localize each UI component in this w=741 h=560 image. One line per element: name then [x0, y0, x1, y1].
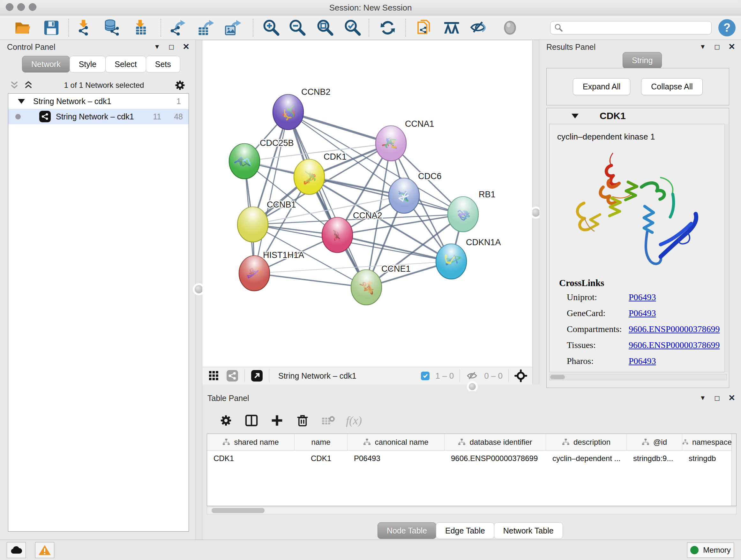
network-node-CDK1[interactable]: CDK1 — [294, 152, 347, 194]
add-icon[interactable] — [269, 413, 285, 428]
zoom-out-button[interactable] — [287, 18, 307, 38]
tab-network[interactable]: Network — [22, 56, 70, 72]
selected-checkbox[interactable] — [421, 372, 429, 380]
column-header--id[interactable]: @id — [627, 434, 682, 450]
birdseye-arrow-icon[interactable] — [251, 369, 263, 382]
table-row[interactable]: CDK1CDK1P064939606.ENSP00000378699cyclin… — [207, 450, 736, 466]
new-network-from-selection-button[interactable] — [414, 18, 434, 38]
crosslink-link[interactable]: P06493 — [629, 356, 656, 366]
open-file-button[interactable] — [13, 18, 32, 38]
column-header-shared-name[interactable]: shared name — [207, 434, 294, 450]
column-header-name[interactable]: name — [294, 434, 347, 450]
import-network-from-file-button[interactable] — [74, 18, 94, 38]
table-cell[interactable]: 9606.ENSP00000378699 — [445, 450, 546, 466]
results-vertical-scrollbar[interactable] — [724, 124, 728, 372]
network-node-CDC25B[interactable]: CDC25B — [229, 138, 294, 179]
import-table-from-file-button[interactable] — [130, 18, 150, 38]
panel-float-icon[interactable]: ◻ — [714, 43, 720, 51]
column-header-description[interactable]: description — [546, 434, 627, 450]
table-vertical-scrollbar[interactable] — [731, 434, 736, 506]
tab-string[interactable]: String — [623, 52, 662, 69]
network-canvas[interactable]: CCNB2CCNA1CDC25BCDK1CDC6RB1CCNB1CCNA2CDK… — [202, 41, 532, 367]
crosslink-link[interactable]: P06493 — [629, 292, 656, 302]
cloud-button[interactable] — [7, 542, 26, 558]
network-node-CDKN1A[interactable]: CDKN1A — [436, 238, 501, 279]
panel-float-icon[interactable]: ◻ — [714, 394, 720, 402]
network-edge[interactable] — [254, 273, 366, 287]
left-splitter-knob[interactable] — [195, 285, 203, 294]
network-edge[interactable] — [254, 112, 288, 273]
column-header-namespace[interactable]: namespace — [682, 434, 732, 450]
panel-close-icon[interactable]: ✕ — [728, 393, 735, 403]
panel-collapse-icon[interactable]: ▼ — [154, 43, 160, 51]
scrollbar-thumb[interactable] — [550, 375, 565, 379]
show-hide-graphics-button[interactable] — [468, 18, 488, 38]
table-cell[interactable]: stringdb — [682, 450, 732, 466]
help-button[interactable]: ? — [718, 19, 736, 37]
results-horizontal-scrollbar[interactable] — [549, 374, 727, 380]
expand-all-button[interactable]: Expand All — [573, 78, 630, 95]
panel-float-icon[interactable]: ◻ — [169, 43, 174, 51]
network-edge[interactable] — [288, 112, 391, 143]
table-cell[interactable]: cyclin–dependent ... — [546, 450, 627, 466]
share-network-icon[interactable] — [226, 369, 239, 382]
memory-button[interactable]: Memory — [687, 543, 734, 558]
crosslink-link[interactable]: 9606.ENSP00000378699 — [629, 340, 720, 350]
panel-close-icon[interactable]: ✕ — [183, 42, 190, 52]
table-cell[interactable]: CDK1 — [294, 450, 347, 466]
table-cell[interactable]: P06493 — [347, 450, 445, 466]
scrollbar-thumb[interactable] — [212, 508, 265, 513]
crosslink-link[interactable]: 9606.ENSP00000378699 — [629, 324, 720, 334]
crosslink-link[interactable]: P06493 — [629, 308, 656, 318]
warning-button[interactable] — [35, 542, 54, 558]
panel-collapse-icon[interactable]: ▼ — [699, 43, 706, 51]
network-collection-row[interactable]: String Network – cdk1 1 — [8, 94, 189, 109]
export-table-button[interactable] — [196, 18, 216, 38]
network-node-CCNE1[interactable]: CCNE1 — [351, 264, 411, 305]
network-node-RB1[interactable]: RB1 — [448, 190, 495, 232]
collapse-all-icon[interactable] — [9, 80, 20, 90]
gene-header[interactable]: CDK1 — [547, 108, 729, 124]
gear-icon[interactable] — [174, 79, 186, 91]
column-header-database-identifier[interactable]: database identifier — [445, 434, 546, 450]
table-cell[interactable]: CDK1 — [207, 450, 294, 466]
zoom-fit-button[interactable] — [315, 18, 335, 38]
columns-icon[interactable] — [244, 413, 259, 428]
zoom-selected-button[interactable] — [342, 18, 362, 38]
tab-edge-table[interactable]: Edge Table — [436, 522, 494, 539]
right-splitter-knob[interactable] — [532, 208, 540, 217]
table-cell[interactable]: stringdb:9... — [627, 450, 682, 466]
network-node-CCNA1[interactable]: CCNA1 — [376, 119, 434, 161]
expander-icon[interactable] — [571, 114, 579, 118]
tab-select[interactable]: Select — [105, 56, 146, 72]
export-network-button[interactable] — [169, 18, 188, 38]
column-header-canonical-name[interactable]: canonical name — [347, 434, 445, 450]
tab-sets[interactable]: Sets — [146, 56, 180, 72]
delete-icon[interactable] — [295, 413, 310, 428]
panel-collapse-icon[interactable]: ▼ — [699, 394, 706, 401]
table-horizontal-scrollbar[interactable] — [207, 507, 737, 514]
right-splitter[interactable] — [532, 40, 539, 391]
network-edge[interactable] — [288, 112, 366, 287]
tab-network-table[interactable]: Network Table — [494, 522, 563, 539]
left-splitter[interactable] — [195, 40, 202, 540]
tab-style[interactable]: Style — [70, 56, 106, 72]
tab-node-table[interactable]: Node Table — [378, 522, 436, 539]
collapse-all-button[interactable]: Collapse All — [641, 78, 703, 95]
search-input[interactable] — [562, 23, 708, 32]
crosshair-icon[interactable] — [515, 369, 527, 382]
first-neighbors-button[interactable] — [442, 18, 462, 38]
horizontal-splitter-knob[interactable] — [469, 383, 476, 390]
network-row-selected[interactable]: String Network – cdk1 11 48 — [8, 109, 189, 124]
search-box[interactable] — [550, 21, 712, 35]
expand-all-icon[interactable] — [23, 80, 34, 90]
export-image-button[interactable] — [223, 18, 243, 38]
save-session-button[interactable] — [42, 18, 61, 38]
grid-view-icon[interactable] — [207, 369, 220, 382]
expander-icon[interactable] — [18, 99, 25, 104]
zoom-in-button[interactable] — [261, 18, 281, 38]
network-node-CCNB1[interactable]: CCNB1 — [238, 200, 296, 242]
gear-icon[interactable] — [218, 413, 233, 428]
panel-close-icon[interactable]: ✕ — [728, 42, 735, 52]
network-edge[interactable] — [337, 235, 451, 261]
